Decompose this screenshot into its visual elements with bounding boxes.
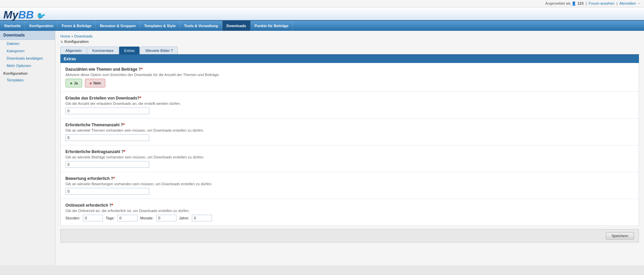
field-allow-create: Erlaube das Erstellen von Downloads?* Gi… xyxy=(60,92,639,119)
sidebar-item-templates[interactable]: Templates xyxy=(0,76,55,84)
count-themes-desc: Aktiviere diese Option zum Einrichten de… xyxy=(65,73,634,77)
online-time-label: Onlinezeit erforderlich ?* xyxy=(65,203,634,208)
radio-ja-label: Ja xyxy=(74,81,78,85)
sidebar-item-downloads-bestaetigen[interactable]: Downloads bestätigen xyxy=(0,55,55,62)
page-title-arrow: ↳ xyxy=(60,40,63,44)
logo: MyBB 🐦 xyxy=(3,9,45,20)
breadcrumb: Home » Downloads xyxy=(60,34,639,38)
required-themes-label: Erforderliche Themenanzahl ?* xyxy=(65,123,634,127)
field-required-posts: Erforderliche Beitragsanzahl ?* Gib an w… xyxy=(60,145,639,172)
logout-link[interactable]: Abmelden xyxy=(619,1,636,5)
user-icon: 👤 xyxy=(572,1,577,5)
sidebar-item-mehr-optionen[interactable]: Mehr Optionen xyxy=(0,62,55,69)
breadcrumb-downloads[interactable]: Downloads xyxy=(74,34,93,38)
page-title-row: ↳ Konfiguration xyxy=(60,40,639,44)
arrow-icon: → xyxy=(637,1,641,5)
nav-bar: Startseite Konfiguration Foren & Beiträg… xyxy=(0,21,644,31)
forum-link[interactable]: Forum ansehen xyxy=(589,1,614,5)
required-posts-desc: Gib an wieviele Beiträge vorhanden sein … xyxy=(65,155,634,159)
tab-extras[interactable]: Extras xyxy=(119,47,140,54)
content-wrapper: Downloads Dateien Kategorien Downloads b… xyxy=(0,31,644,265)
logged-in-label: Angemeldet als xyxy=(545,1,571,5)
jahre-label: Jahre: xyxy=(179,216,190,220)
header: MyBB 🐦 xyxy=(0,7,644,21)
sidebar-item-kategorien[interactable]: Kategorien xyxy=(0,47,55,55)
sidebar-title: Downloads xyxy=(0,31,55,40)
required-posts-label: Erforderliche Beitragsanzahl ?* xyxy=(65,149,634,154)
nav-tools-verwaltung[interactable]: Tools & Verwaltung xyxy=(180,21,222,31)
count-themes-label: Dazuzählen wie Themen und Beiträge ?* xyxy=(65,67,634,72)
field-online-time: Onlinezeit erforderlich ?* Gib die Onlin… xyxy=(60,199,639,226)
save-bar: Speichern xyxy=(60,229,639,243)
allow-create-label: Erlaube das Erstellen von Downloads?* xyxy=(65,96,634,100)
required-themes-desc: Gib an wieviele Themen vorhanden sein mü… xyxy=(65,128,634,132)
required-ratings-desc: Gib an wieviele Bewertungen vorhanden se… xyxy=(65,182,634,186)
tage-label: Tage: xyxy=(106,216,115,220)
required-posts-input[interactable] xyxy=(65,161,149,168)
sidebar-sub-konfiguration: Konfiguration xyxy=(0,69,55,76)
username: 123 xyxy=(577,1,583,5)
nav-konfiguration[interactable]: Konfiguration xyxy=(25,21,58,31)
radio-nein-label: Nein xyxy=(94,81,101,85)
save-button[interactable]: Speichern xyxy=(606,232,634,239)
field-count-themes: Dazuzählen wie Themen und Beiträge ?* Ak… xyxy=(60,63,639,92)
required-themes-input[interactable] xyxy=(65,134,149,141)
field-required-ratings: Bewertung erforderlich ?* Gib an wieviel… xyxy=(60,172,639,199)
required-ratings-input[interactable] xyxy=(65,188,149,195)
required-ratings-label: Bewertung erforderlich ?* xyxy=(65,176,634,181)
stunden-input[interactable] xyxy=(83,215,103,221)
main-area: Home » Downloads ↳ Konfiguration Allgeme… xyxy=(55,31,644,265)
logo-my: My xyxy=(3,9,18,21)
radio-ja[interactable]: ● Ja xyxy=(65,79,82,87)
field-required-themes: Erforderliche Themenanzahl ?* Gib an wie… xyxy=(60,119,639,145)
allow-create-input[interactable] xyxy=(65,108,149,114)
allow-create-desc: Gib die Anzahl der erlaubten Downloads a… xyxy=(65,101,634,106)
online-time-desc: Gib die Onlinezeit an, die erforderlich … xyxy=(65,209,634,213)
logo-bb: BB xyxy=(18,9,34,21)
radio-nein-dot: ● xyxy=(89,80,92,86)
sidebar-item-dateien[interactable]: Dateien xyxy=(0,40,55,47)
nav-startseite[interactable]: Startseite xyxy=(0,21,25,31)
section-header: Extras xyxy=(60,55,639,63)
radio-nein[interactable]: ● Nein xyxy=(85,79,105,87)
nav-benutzer-gruppen[interactable]: Benutzer & Gruppen xyxy=(96,21,140,31)
tage-input[interactable] xyxy=(117,215,138,221)
nav-templates-style[interactable]: Templates & Style xyxy=(140,21,180,31)
nav-punkte-beitraege[interactable]: Punkte für Beiträge xyxy=(251,21,293,31)
tab-wieviele-bilder[interactable]: Wieviele Bilder ? xyxy=(140,47,178,54)
stunden-label: Stunden: xyxy=(65,216,80,220)
sidebar: Downloads Dateien Kategorien Downloads b… xyxy=(0,31,55,265)
breadcrumb-sep1: » xyxy=(71,34,73,38)
tabs: Allgemein Kommentare Extras Wieviele Bil… xyxy=(60,47,639,55)
online-time-fields: Stunden: Tage: Monate: Jahre: xyxy=(65,215,634,221)
tab-allgemein[interactable]: Allgemein xyxy=(60,47,87,54)
monate-label: Monate: xyxy=(140,216,154,220)
radio-ja-dot: ● xyxy=(70,80,72,86)
nav-downloads[interactable]: Downloads xyxy=(222,21,251,31)
logo-bird: 🐦 xyxy=(34,12,45,20)
tab-kommentare[interactable]: Kommentare xyxy=(87,47,118,54)
breadcrumb-home[interactable]: Home xyxy=(60,34,70,38)
monate-input[interactable] xyxy=(156,215,176,221)
jahre-input[interactable] xyxy=(192,215,212,221)
nav-foren-beitraege[interactable]: Foren & Beiträge xyxy=(58,21,96,31)
page-title: Konfiguration xyxy=(64,40,89,44)
count-themes-radio-group: ● Ja ● Nein xyxy=(65,79,634,87)
top-bar: Angemeldet als 👤 123 | Forum ansehen | A… xyxy=(0,0,644,7)
